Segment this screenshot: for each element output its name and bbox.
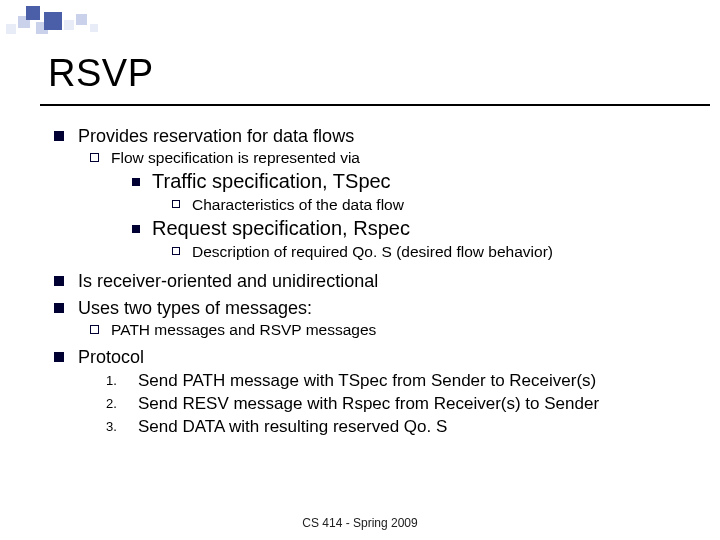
bullet-lvl4: Characteristics of the data flow: [172, 196, 700, 214]
square-bullet-icon: [54, 352, 64, 362]
hollow-square-bullet-icon: [90, 325, 99, 334]
bullet-lvl1: Protocol: [54, 347, 700, 368]
numbered-text: Send DATA with resulting reserved Qo. S: [138, 417, 447, 437]
bullet-text: Description of required Qo. S (desired f…: [192, 243, 553, 261]
bullet-lvl2: Flow specification is represented via: [90, 149, 700, 167]
numbered-text: Send RESV message with Rspec from Receiv…: [138, 394, 599, 414]
bullet-lvl3: Traffic specification, TSpec: [132, 170, 700, 193]
bullet-lvl1: Provides reservation for data flows: [54, 126, 700, 147]
slide-body: Provides reservation for data flows Flow…: [54, 120, 700, 440]
number-label: 3.: [106, 419, 128, 434]
bullet-lvl3: Request specification, Rspec: [132, 217, 700, 240]
square-bullet-icon: [132, 225, 140, 233]
numbered-text: Send PATH message with TSpec from Sender…: [138, 371, 596, 391]
bullet-text: Characteristics of the data flow: [192, 196, 404, 214]
bullet-text: Request specification, Rspec: [152, 217, 410, 240]
slide: RSVP Provides reservation for data flows…: [0, 0, 720, 540]
square-bullet-icon: [132, 178, 140, 186]
bullet-text: Uses two types of messages:: [78, 298, 312, 319]
number-label: 2.: [106, 396, 128, 411]
hollow-square-bullet-icon: [172, 247, 180, 255]
bullet-text: Traffic specification, TSpec: [152, 170, 391, 193]
square-bullet-icon: [54, 276, 64, 286]
bullet-text: PATH messages and RSVP messages: [111, 321, 376, 339]
hollow-square-bullet-icon: [90, 153, 99, 162]
title-underline: [40, 104, 710, 106]
square-bullet-icon: [54, 303, 64, 313]
bullet-lvl2: PATH messages and RSVP messages: [90, 321, 700, 339]
bullet-text: Protocol: [78, 347, 144, 368]
hollow-square-bullet-icon: [172, 200, 180, 208]
bullet-text: Is receiver-oriented and unidirectional: [78, 271, 378, 292]
slide-title: RSVP: [48, 52, 153, 95]
numbered-item: 2.Send RESV message with Rspec from Rece…: [106, 394, 700, 414]
bullet-lvl1: Is receiver-oriented and unidirectional: [54, 271, 700, 292]
square-bullet-icon: [54, 131, 64, 141]
number-label: 1.: [106, 373, 128, 388]
footer-text: CS 414 - Spring 2009: [0, 516, 720, 530]
numbered-item: 1.Send PATH message with TSpec from Send…: [106, 371, 700, 391]
bullet-text: Flow specification is represented via: [111, 149, 360, 167]
numbered-item: 3.Send DATA with resulting reserved Qo. …: [106, 417, 700, 437]
bullet-lvl4: Description of required Qo. S (desired f…: [172, 243, 700, 261]
bullet-lvl1: Uses two types of messages:: [54, 298, 700, 319]
corner-decoration: [6, 6, 126, 42]
bullet-text: Provides reservation for data flows: [78, 126, 354, 147]
